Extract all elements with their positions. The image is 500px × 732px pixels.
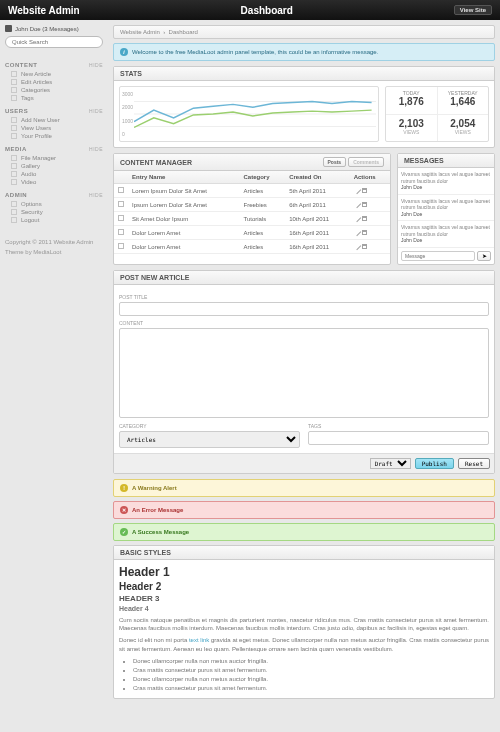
sidebar-item-label: File Manager: [21, 155, 56, 161]
sidebar-item-label: Video: [21, 179, 36, 185]
error-alert: ✕An Error Message: [113, 501, 495, 519]
search-input[interactable]: [5, 36, 103, 48]
category-select[interactable]: Articles: [119, 431, 300, 448]
sidebar-section-head: USERSHIDE: [5, 108, 103, 114]
row-checkbox[interactable]: [118, 215, 124, 221]
sidebar-item[interactable]: Edit Articles: [5, 78, 103, 86]
delete-icon[interactable]: [362, 202, 367, 207]
warning-icon: !: [120, 484, 128, 492]
sidebar-item-label: Audio: [21, 171, 36, 177]
delete-icon[interactable]: [362, 216, 367, 221]
publish-button[interactable]: Publish: [415, 458, 454, 469]
sidebar-item[interactable]: Audio: [5, 170, 103, 178]
table-row: Dolor Lorem AmetArticles16th April 2011: [114, 226, 390, 240]
content-manager-panel: CONTENT MANAGER Posts Comments Entry Nam…: [113, 153, 391, 265]
message-item: Vivamus sagittis lacus vel augue laoreet…: [398, 221, 494, 248]
page-title: Dashboard: [80, 5, 454, 16]
breadcrumb: Website Admin › Dashboard: [113, 25, 495, 39]
sidebar-item-label: View Users: [21, 125, 51, 131]
content-table: Entry Name Category Created On Actions L…: [114, 171, 390, 254]
sidebar-item-icon: [11, 117, 17, 123]
hide-toggle[interactable]: HIDE: [89, 62, 103, 68]
sidebar-item-label: Logout: [21, 217, 39, 223]
sidebar-item[interactable]: Categories: [5, 86, 103, 94]
table-row: Dolor Lorem AmetArticles16th April 2011: [114, 240, 390, 254]
h1-example: Header 1: [119, 565, 489, 579]
delete-icon[interactable]: [362, 230, 367, 235]
sidebar-item-icon: [11, 133, 17, 139]
edit-icon[interactable]: [352, 186, 360, 194]
sidebar-item[interactable]: Security: [5, 208, 103, 216]
tab-posts[interactable]: Posts: [323, 157, 347, 167]
tags-input[interactable]: [308, 431, 489, 445]
delete-icon[interactable]: [362, 188, 367, 193]
row-checkbox[interactable]: [118, 243, 124, 249]
h3-example: HEADER 3: [119, 594, 489, 603]
sidebar-item-label: Gallery: [21, 163, 40, 169]
sidebar-item-label: Security: [21, 209, 43, 215]
hide-toggle[interactable]: HIDE: [89, 146, 103, 152]
sidebar-item[interactable]: Tags: [5, 94, 103, 102]
h4-example: Header 4: [119, 605, 489, 612]
info-icon: i: [120, 48, 128, 56]
paragraph-2: Donec id elit non mi porta text link gra…: [119, 636, 489, 653]
site-title: Website Admin: [8, 5, 80, 16]
sidebar-item[interactable]: Options: [5, 200, 103, 208]
delete-icon[interactable]: [362, 244, 367, 249]
edit-icon[interactable]: [352, 214, 360, 222]
stat-yesterday-2: 2,054: [441, 118, 486, 129]
sidebar-item-icon: [11, 201, 17, 207]
sidebar-item[interactable]: View Users: [5, 124, 103, 132]
sidebar: John Doe (3 Messages) CONTENTHIDENew Art…: [0, 20, 108, 709]
sidebar-item[interactable]: New Article: [5, 70, 103, 78]
hide-toggle[interactable]: HIDE: [89, 192, 103, 198]
sidebar-item[interactable]: Gallery: [5, 162, 103, 170]
sidebar-item-icon: [11, 217, 17, 223]
info-message: i Welcome to the free MediaLoot admin pa…: [113, 43, 495, 61]
hide-toggle[interactable]: HIDE: [89, 108, 103, 114]
sidebar-section-head: MEDIAHIDE: [5, 146, 103, 152]
row-checkbox[interactable]: [118, 229, 124, 235]
post-title-head: POST NEW ARTICLE: [120, 274, 189, 281]
messages-panel: MESSAGES Vivamus sagittis lacus vel augu…: [397, 153, 495, 265]
sidebar-item-label: Add New User: [21, 117, 60, 123]
table-row: Sit Amet Dolor IpsumTutorials10th April …: [114, 212, 390, 226]
stats-chart: 3000 2000 1000 0: [119, 86, 379, 142]
user-info[interactable]: John Doe (3 Messages): [5, 25, 103, 32]
sidebar-item[interactable]: Video: [5, 178, 103, 186]
save-as-select[interactable]: Draft: [370, 458, 411, 469]
tab-comments[interactable]: Comments: [348, 157, 384, 167]
sidebar-item[interactable]: Logout: [5, 216, 103, 224]
sidebar-item-icon: [11, 155, 17, 161]
table-row: Ipsum Lorem Dolor Sit AmetFreebies6th Ap…: [114, 198, 390, 212]
message-send-button[interactable]: ➤: [477, 251, 491, 261]
edit-icon[interactable]: [352, 228, 360, 236]
row-checkbox[interactable]: [118, 201, 124, 207]
sidebar-footer: Copyright © 2011 Website Admin Theme by …: [5, 238, 103, 257]
basic-styles-panel: BASIC STYLES Header 1 Header 2 HEADER 3 …: [113, 545, 495, 700]
breadcrumb-root[interactable]: Website Admin: [120, 29, 160, 35]
sidebar-item[interactable]: Add New User: [5, 116, 103, 124]
reset-button[interactable]: Reset: [458, 458, 490, 469]
sidebar-section-head: ADMINHIDE: [5, 192, 103, 198]
post-title-input[interactable]: [119, 302, 489, 316]
sidebar-item[interactable]: File Manager: [5, 154, 103, 162]
row-checkbox[interactable]: [118, 187, 124, 193]
sidebar-item-label: New Article: [21, 71, 51, 77]
stats-panel: STATS 3000 2000 1000 0: [113, 66, 495, 148]
h2-example: Header 2: [119, 581, 489, 592]
main-content: Website Admin › Dashboard i Welcome to t…: [108, 20, 500, 709]
sidebar-item[interactable]: Your Profile: [5, 132, 103, 140]
sidebar-item-icon: [11, 71, 17, 77]
success-icon: ✓: [120, 528, 128, 536]
sidebar-item-icon: [11, 87, 17, 93]
text-link[interactable]: text link: [189, 637, 209, 643]
view-site-button[interactable]: View Site: [454, 5, 492, 15]
post-content-textarea[interactable]: [119, 328, 489, 418]
sidebar-item-label: Categories: [21, 87, 50, 93]
paragraph-1: Cum sociis natoque penatibus et magnis d…: [119, 616, 489, 633]
edit-icon[interactable]: [352, 200, 360, 208]
message-input[interactable]: [401, 251, 475, 261]
edit-icon[interactable]: [352, 242, 360, 250]
user-icon: [5, 25, 12, 32]
